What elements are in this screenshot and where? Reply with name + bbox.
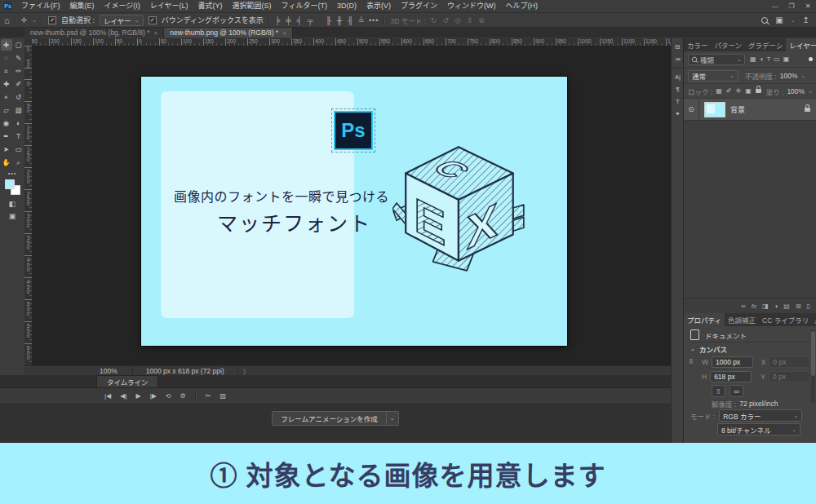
eraser-tool[interactable]: ▱ — [1, 104, 12, 116]
menu-item[interactable]: レイヤー(L) — [145, 0, 193, 12]
first-frame-button[interactable]: |◀ — [104, 392, 111, 400]
adjustment-layer-icon[interactable]: ◑ — [774, 303, 778, 310]
distribute-left-icon[interactable]: ╟ — [326, 16, 330, 24]
restore-button[interactable]: ❐ — [783, 0, 800, 12]
filter-adjustment-icon[interactable]: ◑ — [760, 55, 764, 63]
menu-item[interactable]: プラグイン — [396, 0, 442, 12]
timeline-settings-icon[interactable]: ⚙ — [180, 392, 186, 400]
status-chevron-icon[interactable]: 〉 — [243, 367, 250, 376]
menu-item[interactable]: イメージ(I) — [100, 0, 145, 12]
layer-visibility-icon[interactable]: ⊙ — [684, 99, 699, 120]
next-frame-button[interactable]: |▶ — [150, 392, 157, 400]
menu-item[interactable]: ウィンドウ(W) — [442, 0, 501, 12]
search-icon[interactable] — [761, 17, 768, 24]
new-layer-icon[interactable]: ⊞ — [796, 303, 801, 310]
create-frame-animation-button[interactable]: フレームアニメーションを作成 — [272, 411, 386, 426]
link-dimensions-icon[interactable]: ∞ — [687, 359, 695, 364]
chevron-down-icon[interactable]: ⌄ — [808, 88, 813, 95]
menu-item[interactable]: 書式(Y) — [193, 0, 228, 12]
auto-select-checkbox[interactable] — [48, 16, 56, 24]
move-tool[interactable]: ✛ — [1, 39, 12, 51]
properties-scrollbar[interactable] — [811, 329, 815, 403]
filter-shape-icon[interactable]: ▭ — [774, 55, 780, 63]
filter-toggle-icon[interactable] — [809, 57, 813, 61]
libraries-icon[interactable]: ⊟ — [675, 41, 680, 53]
layer-thumbnail[interactable] — [704, 102, 725, 117]
align-bottom-icon[interactable]: ╧ — [359, 16, 364, 24]
tab-パターン[interactable]: パターン — [712, 38, 746, 51]
menu-item[interactable]: ヘルプ(H) — [500, 0, 543, 12]
layer-effects-icon[interactable]: fx — [752, 303, 756, 310]
menu-item[interactable]: 表示(V) — [361, 0, 396, 12]
play-button[interactable]: ▶ — [135, 392, 140, 400]
transition-icon[interactable]: ▨ — [220, 392, 226, 400]
orientation-portrait-button[interactable]: ▯ — [712, 385, 725, 397]
styles-icon[interactable]: ✦ — [675, 108, 680, 120]
layer-row[interactable]: ⊙ 背景 — [684, 99, 816, 121]
quick-mask-icon[interactable]: ◧ — [9, 200, 16, 208]
new-group-icon[interactable]: ▤ — [783, 303, 790, 310]
color-swatches[interactable] — [4, 179, 20, 196]
hand-tool[interactable]: ✋ — [1, 157, 12, 168]
lock-position-icon[interactable]: ✛ — [736, 87, 742, 95]
tab-カラー[interactable]: カラー — [684, 38, 712, 51]
fill-value[interactable]: 100% — [787, 87, 805, 95]
lock-artboard-icon[interactable]: ▣ — [745, 87, 752, 95]
align-center-horizontal-icon[interactable]: ╪ — [286, 16, 290, 24]
align-left-icon[interactable]: ╞ — [275, 16, 280, 24]
section-collapse-icon[interactable]: ⌄ — [690, 346, 695, 352]
3d-slide-icon[interactable]: ⇕ — [467, 16, 473, 24]
height-input[interactable]: 618 px — [710, 371, 752, 382]
menu-item[interactable]: 選択範囲(S) — [228, 0, 277, 12]
chevron-down-icon[interactable]: ⌄ — [800, 73, 805, 79]
panel-menu-icon[interactable]: ≡ — [812, 319, 816, 326]
distribute-center-icon[interactable]: ╫ — [337, 16, 342, 24]
tab-色調補正[interactable]: 色調補正 — [725, 313, 759, 326]
blur-tool[interactable]: ◉ — [1, 117, 12, 129]
link-layers-icon[interactable]: ∞ — [741, 303, 746, 310]
share-icon[interactable]: ↥ — [803, 15, 809, 24]
menu-item[interactable]: 3D(D) — [332, 0, 361, 12]
menu-item[interactable]: フィルター(T) — [277, 0, 332, 12]
path-selection-tool[interactable]: ➤ — [1, 144, 12, 155]
chevron-down-icon[interactable]: ⌄ — [32, 17, 37, 24]
auto-select-dropdown[interactable]: レイヤー ⌄ — [100, 15, 144, 26]
menu-item[interactable]: 編集(E) — [65, 0, 100, 12]
color-mode-dropdown[interactable]: RGB カラー ⌄ — [719, 409, 802, 422]
lasso-tool[interactable]: ◌ — [1, 52, 12, 64]
x-input[interactable]: 0 px — [769, 356, 810, 368]
tab-timeline[interactable]: タイムライン — [96, 375, 158, 387]
marquee-tool[interactable]: ▢ — [13, 39, 24, 51]
loop-button[interactable]: ⟲ — [166, 392, 171, 400]
close-button[interactable]: ✕ — [800, 0, 816, 12]
3d-scale-icon[interactable]: ⊕ — [478, 16, 485, 24]
bounding-box-checkbox[interactable] — [149, 16, 157, 24]
dodge-tool[interactable]: ◐ — [13, 117, 24, 129]
brush-tool[interactable]: ✐ — [13, 78, 24, 90]
move-tool-preset-icon[interactable]: ✛ — [21, 16, 28, 24]
crop-tool[interactable]: ⌗ — [1, 65, 12, 77]
blend-mode-dropdown[interactable]: 通常 ⌄ — [688, 70, 738, 82]
align-top-icon[interactable]: ╤ — [308, 16, 313, 24]
split-clip-icon[interactable]: ✂ — [206, 392, 211, 400]
minimize-button[interactable]: — — [767, 0, 783, 12]
tab-CC ライブラリ[interactable]: CC ライブラリ — [759, 313, 812, 326]
type-tool[interactable]: T — [13, 130, 24, 142]
create-animation-chevron-icon[interactable]: ⌄ — [387, 411, 399, 426]
tab-レイヤー[interactable]: レイヤー — [786, 38, 816, 51]
tab-グラデーシ[interactable]: グラデーシ — [745, 38, 786, 51]
3d-roll-icon[interactable]: ↺ — [442, 16, 449, 24]
glyphs-icon[interactable]: T — [676, 95, 680, 108]
document-tab[interactable]: new-thumb.png @ 100% (RGB/8) *× — [164, 28, 293, 38]
delete-layer-icon[interactable]: ▯ — [807, 303, 810, 310]
more-options-icon[interactable]: ••• — [369, 16, 379, 24]
y-input[interactable]: 0 px — [769, 371, 810, 382]
edit-toolbar-icon[interactable]: ••• — [8, 170, 16, 176]
canvas-area[interactable]: Ps 画像内のフォントを一瞬で見つける マッチフォント — [32, 46, 671, 365]
menu-item[interactable]: ファイル(F) — [16, 0, 65, 12]
3d-drag-icon[interactable]: ◎ — [455, 16, 461, 24]
filter-smartobject-icon[interactable]: ▣ — [783, 55, 790, 63]
close-tab-icon[interactable]: × — [154, 29, 158, 37]
healing-brush-tool[interactable]: ✚ — [1, 78, 12, 90]
zoom-level[interactable]: 100% — [100, 367, 118, 375]
